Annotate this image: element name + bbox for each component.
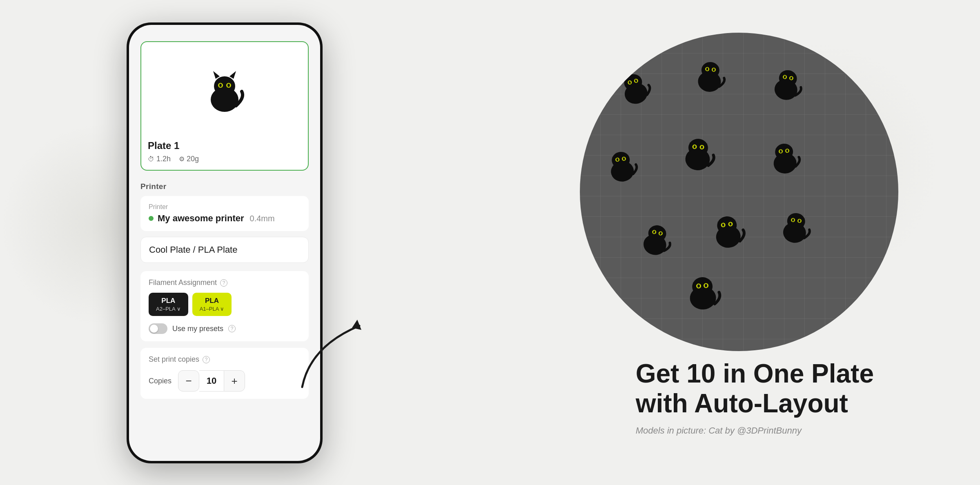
cats-svg — [580, 33, 898, 351]
clock-icon: ⏱ — [148, 156, 154, 163]
copies-label-row: Set print copies ? — [149, 355, 301, 364]
copies-plus-button[interactable]: + — [224, 370, 245, 392]
filament-label: Filament Assignment — [149, 278, 217, 287]
plate-time-value: 1.2h — [156, 155, 171, 163]
svg-marker-2 — [213, 71, 220, 79]
filament-btn-a1[interactable]: PLA A1–PLA ∨ — [192, 293, 232, 316]
plate-type-box[interactable]: Cool Plate / PLA Plate — [140, 237, 309, 263]
filament-btn-a2-type: PLA — [161, 297, 175, 305]
cats-layout — [580, 33, 898, 351]
toggle-label: Use my presets — [172, 325, 223, 333]
weight-icon: ⚙ — [179, 155, 185, 163]
promo-title: Get 10 in One Plate with Auto-Layout — [636, 359, 874, 419]
copies-value: 10 — [199, 370, 224, 392]
filament-info-icon[interactable]: ? — [220, 279, 227, 287]
promo-text-section: Get 10 in One Plate with Auto-Layout Mod… — [636, 359, 874, 436]
copies-label: Set print copies — [149, 355, 199, 364]
svg-point-1 — [214, 76, 235, 96]
cats-circle — [580, 33, 898, 351]
phone-screen: Plate 1 ⏱ 1.2h ⚙ 20g Printer Printer — [129, 25, 320, 461]
filament-section: Filament Assignment ? PLA A2–PLA ∨ PLA — [140, 271, 309, 341]
printer-section-label: Printer — [140, 182, 309, 191]
svg-marker-3 — [229, 71, 236, 79]
copies-control: Copies − 10 + — [149, 370, 301, 392]
svg-point-7 — [227, 84, 230, 87]
presets-toggle[interactable] — [149, 323, 167, 334]
printer-status-dot — [149, 216, 154, 221]
plate-time: ⏱ 1.2h — [148, 155, 171, 163]
copies-minus-button[interactable]: − — [178, 370, 199, 392]
phone-content: Plate 1 ⏱ 1.2h ⚙ 20g Printer Printer — [129, 25, 320, 461]
printer-name-row: My awesome printer 0.4mm — [149, 213, 301, 224]
filament-label-row: Filament Assignment ? — [149, 278, 301, 287]
svg-point-5 — [219, 84, 222, 87]
printer-name: My awesome printer — [158, 213, 244, 224]
printer-nozzle: 0.4mm — [250, 214, 275, 223]
plate-thumbnail — [148, 49, 301, 134]
toggle-row: Use my presets ? — [149, 323, 301, 334]
arrow-graphic — [286, 314, 376, 395]
filament-btn-a1-sub: A1–PLA ∨ — [200, 306, 225, 312]
filament-btn-a2[interactable]: PLA A2–PLA ∨ — [149, 293, 188, 316]
copies-row-label: Copies — [149, 377, 172, 385]
plate-weight: ⚙ 20g — [179, 155, 199, 163]
filament-btn-a1-type: PLA — [205, 297, 219, 305]
cat-image — [204, 69, 245, 114]
presets-info-icon[interactable]: ? — [228, 325, 236, 332]
filament-btn-a2-sub: A2–PLA ∨ — [156, 306, 181, 312]
plate-meta: ⏱ 1.2h ⚙ 20g — [148, 155, 301, 163]
plate-title: Plate 1 — [148, 140, 301, 151]
plate-weight-value: 20g — [187, 155, 199, 163]
printer-sublabel: Printer — [149, 203, 301, 211]
filament-buttons: PLA A2–PLA ∨ PLA A1–PLA ∨ — [149, 293, 301, 316]
plate-card[interactable]: Plate 1 ⏱ 1.2h ⚙ 20g — [140, 41, 309, 171]
plus-icon: + — [231, 375, 237, 387]
toggle-knob — [150, 325, 158, 333]
phone-mockup: Plate 1 ⏱ 1.2h ⚙ 20g Printer Printer — [127, 22, 323, 463]
copies-info-icon[interactable]: ? — [203, 356, 210, 363]
promo-caption: Models in picture: Cat by @3DPrintBunny — [636, 425, 874, 436]
minus-icon: − — [185, 375, 192, 387]
printer-section[interactable]: Printer My awesome printer 0.4mm — [140, 196, 309, 231]
copies-section: Set print copies ? Copies − 10 + — [140, 348, 309, 399]
